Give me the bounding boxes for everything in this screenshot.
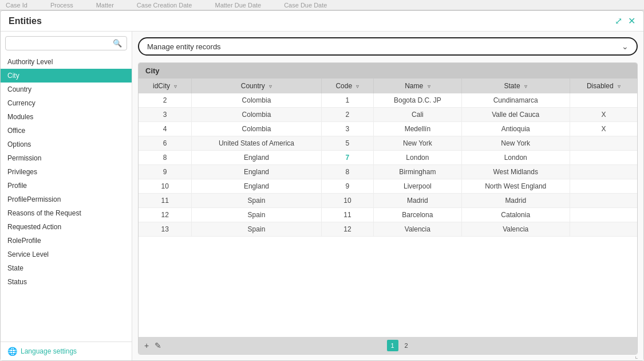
sidebar-item-permission[interactable]: Permission <box>1 151 132 165</box>
table-scroll[interactable]: idCity ▿Country ▿Code ▿Name ▿State ▿Disa… <box>139 79 637 337</box>
cell-name: London <box>374 151 461 165</box>
cell-state: London <box>461 151 570 165</box>
cell-disabled <box>570 208 637 222</box>
language-settings-button[interactable]: 🌐 Language settings <box>1 342 132 360</box>
search-box[interactable]: 🔍 <box>5 36 127 50</box>
table-row[interactable]: 3Colombia2CaliValle del CaucaX <box>139 108 637 122</box>
close-icon[interactable]: ✕ <box>628 15 635 26</box>
cell-state: Cundinamarca <box>461 93 570 108</box>
col-disabled[interactable]: Disabled ▿ <box>570 79 637 93</box>
panel-body: 🔍 Authority LevelCityCountryCurrencyModu… <box>1 32 643 360</box>
cell-idcity: 4 <box>139 122 192 136</box>
col-code[interactable]: Code ▿ <box>321 79 374 93</box>
sidebar-item-office[interactable]: Office <box>1 124 132 138</box>
pagination: 12 <box>387 340 412 351</box>
filter-icon: ▿ <box>269 83 272 89</box>
table-row[interactable]: 12Spain11BarcelonaCatalonia <box>139 208 637 222</box>
city-table-container: City idCity ▿Country ▿Code ▿Name ▿State … <box>138 62 638 355</box>
cell-idcity: 13 <box>139 222 192 237</box>
cell-state: New York <box>461 136 570 151</box>
cell-name: Cali <box>374 108 461 122</box>
cell-code: 3 <box>321 122 374 136</box>
sidebar-item-requested-action[interactable]: Requested Action <box>1 220 132 234</box>
sidebar-item-city[interactable]: City <box>1 69 132 83</box>
main-content: Manage entity records ⌄ City idCity ▿Cou… <box>132 32 643 360</box>
sidebar-item-currency[interactable]: Currency <box>1 96 132 110</box>
table-row[interactable]: 11Spain10MadridMadrid <box>139 194 637 208</box>
cell-idcity: 2 <box>139 93 192 108</box>
sidebar-item-modules[interactable]: Modules <box>1 110 132 124</box>
table-row[interactable]: 10England9LiverpoolNorth West England <box>139 179 637 194</box>
city-table: idCity ▿Country ▿Code ▿Name ▿State ▿Disa… <box>139 79 637 237</box>
col-idcity[interactable]: idCity ▿ <box>139 79 192 93</box>
col-process: Process <box>50 2 73 9</box>
table-body: 2Colombia1Bogota D.C. JPCundinamarca3Col… <box>139 93 637 237</box>
cell-name: Bogota D.C. JP <box>374 93 461 108</box>
cell-country: Spain <box>192 194 321 208</box>
expand-icon[interactable]: ⤢ <box>615 15 622 26</box>
cell-country: Spain <box>192 222 321 237</box>
cell-disabled <box>570 222 637 237</box>
col-case-due: Case Due Date <box>284 2 327 9</box>
sidebar-list: Authority LevelCityCountryCurrencyModule… <box>1 55 132 342</box>
page-1-button[interactable]: 1 <box>387 340 398 351</box>
cell-name: Liverpool <box>374 179 461 194</box>
table-row[interactable]: 13Spain12ValenciaValencia <box>139 222 637 237</box>
table-row[interactable]: 4Colombia3MedellínAntioquiaX <box>139 122 637 136</box>
sidebar-item-service-level[interactable]: Service Level <box>1 248 132 261</box>
sidebar-item-privileges[interactable]: Privileges <box>1 165 132 179</box>
sidebar-item-country[interactable]: Country <box>1 83 132 96</box>
add-row-button[interactable]: + <box>144 341 149 350</box>
filter-icon: ▿ <box>524 83 527 89</box>
col-country[interactable]: Country ▿ <box>192 79 321 93</box>
cell-disabled: X <box>570 122 637 136</box>
cell-code: 1 <box>321 93 374 108</box>
table-row[interactable]: 8England7LondonLondon <box>139 151 637 165</box>
sidebar-item-authority-level[interactable]: Authority Level <box>1 55 132 69</box>
cell-state: West Midlands <box>461 165 570 179</box>
sidebar-item-state[interactable]: State <box>1 261 132 275</box>
cell-country: Spain <box>192 208 321 222</box>
cell-idcity: 3 <box>139 108 192 122</box>
sidebar: 🔍 Authority LevelCityCountryCurrencyModu… <box>1 32 132 360</box>
entities-panel: Entities ⤢ ✕ 🔍 Authority LevelCityCountr… <box>0 10 644 361</box>
entity-dropdown[interactable]: Manage entity records ⌄ <box>138 37 638 56</box>
cell-state: Madrid <box>461 194 570 208</box>
cell-country: Colombia <box>192 108 321 122</box>
table-row[interactable]: 6United States of America5New YorkNew Yo… <box>139 136 637 151</box>
cell-name: Birmingham <box>374 165 461 179</box>
table-row[interactable]: 2Colombia1Bogota D.C. JPCundinamarca <box>139 93 637 108</box>
cell-state: Valencia <box>461 222 570 237</box>
search-input[interactable] <box>10 40 113 48</box>
cell-idcity: 9 <box>139 165 192 179</box>
col-name[interactable]: Name ▿ <box>374 79 461 93</box>
cell-code: 2 <box>321 108 374 122</box>
table-footer: + ✎ 12 <box>139 337 637 354</box>
sidebar-item-profilepermission[interactable]: ProfilePermission <box>1 193 132 206</box>
panel-title: Entities <box>9 16 42 26</box>
page-2-button[interactable]: 2 <box>401 340 412 351</box>
cell-disabled <box>570 93 637 108</box>
sidebar-item-options[interactable]: Options <box>1 138 132 151</box>
cell-name: New York <box>374 136 461 151</box>
sidebar-item-status[interactable]: Status <box>1 275 132 289</box>
sidebar-item-reasons-of-the-request[interactable]: Reasons of the Request <box>1 206 132 220</box>
sidebar-item-roleprofile[interactable]: RoleProfile <box>1 234 132 248</box>
cell-country: England <box>192 165 321 179</box>
cell-disabled <box>570 151 637 165</box>
sidebar-item-profile[interactable]: Profile <box>1 179 132 193</box>
cell-idcity: 8 <box>139 151 192 165</box>
cell-code: 8 <box>321 165 374 179</box>
resize-handle[interactable]: ⌞ <box>635 352 642 359</box>
edit-row-button[interactable]: ✎ <box>155 341 161 350</box>
cell-name: Barcelona <box>374 208 461 222</box>
cell-country: Colombia <box>192 122 321 136</box>
cell-disabled <box>570 194 637 208</box>
table-row[interactable]: 9England8BirminghamWest Midlands <box>139 165 637 179</box>
cell-state: Catalonia <box>461 208 570 222</box>
cell-country: England <box>192 151 321 165</box>
language-settings-label: Language settings <box>21 347 77 355</box>
col-state[interactable]: State ▿ <box>461 79 570 93</box>
panel-header: Entities ⤢ ✕ <box>1 11 643 32</box>
cell-code: 5 <box>321 136 374 151</box>
